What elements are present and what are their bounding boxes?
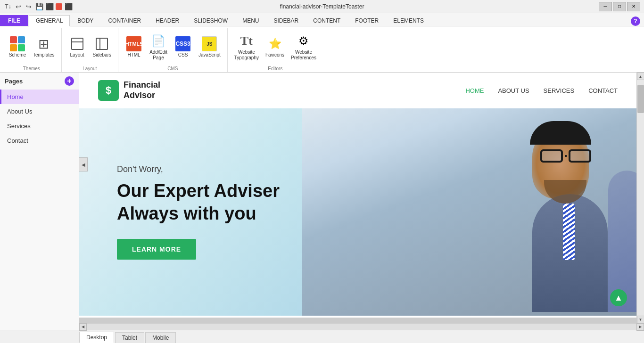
scroll-up-arrow[interactable]: ▲ <box>637 73 644 80</box>
sidebars-btn[interactable]: Sidebars <box>90 34 114 60</box>
html-btn[interactable]: HTML5 HTML <box>122 34 146 60</box>
pages-label: Pages <box>5 78 23 85</box>
collapse-sidebar-btn[interactable]: ◀ <box>79 157 88 172</box>
hero-content: Don't Worry, Our Expert Adviser Always w… <box>79 164 280 260</box>
svg-rect-2 <box>96 38 107 49</box>
tool3[interactable]: ⬛ <box>64 2 73 11</box>
logo-line1: Financial <box>124 80 160 90</box>
tab-sidebar[interactable]: SIDEBAR <box>267 15 306 26</box>
logo-area: $ Financial Advisor <box>98 80 160 101</box>
hair <box>530 121 591 145</box>
sidebars-label: Sidebars <box>93 52 111 58</box>
layout-icon <box>70 36 85 51</box>
html-icon: HTML5 <box>126 36 141 51</box>
tab-body[interactable]: BODY <box>70 15 100 26</box>
tie <box>563 204 575 260</box>
tab-header[interactable]: HEADER <box>149 15 186 26</box>
tab-general[interactable]: GENERAL <box>29 15 70 26</box>
canvas-container: $ Financial Advisor HOME ABOUT US SERVIC… <box>79 73 644 330</box>
layout-btn[interactable]: Layout <box>66 34 89 60</box>
hero-section: Don't Worry, Our Expert Adviser Always w… <box>79 108 636 316</box>
ribbon-group-editors: Tt WebsiteTypography ⭐ Favicons ⚙ Websit… <box>228 28 323 72</box>
preferences-label: WebsitePreferences <box>291 49 316 61</box>
templates-btn[interactable]: ⊞ Templates <box>30 34 58 60</box>
cms-group-label: CMS <box>167 66 178 72</box>
learn-more-btn[interactable]: LEARN MORE <box>117 239 196 260</box>
typography-label: WebsiteTypography <box>234 49 259 61</box>
website-header: $ Financial Advisor HOME ABOUT US SERVIC… <box>79 73 636 108</box>
javascript-icon: JS <box>202 36 217 51</box>
ribbon-group-cms: HTML5 HTML 📄 Add/EditPage CSS3 CSS JS Ja… <box>118 28 228 72</box>
tab-elements[interactable]: ELEMENTS <box>386 15 431 26</box>
tab-container[interactable]: CONTAINER <box>101 15 148 26</box>
help-circle[interactable]: ? <box>631 16 644 26</box>
main-area: Pages + Home About Us Services Contact ◀… <box>0 73 644 330</box>
sidebar-item-services[interactable]: Services <box>0 119 79 133</box>
sidebar-item-contact[interactable]: Contact <box>0 133 79 148</box>
html-label: HTML <box>127 52 140 58</box>
favicons-icon: ⭐ <box>267 36 282 51</box>
right-lens <box>569 149 591 163</box>
tab-menu[interactable]: MENU <box>235 15 266 26</box>
scroll-down-arrow[interactable]: ▼ <box>637 316 644 323</box>
tool2[interactable] <box>56 3 62 10</box>
tab-desktop[interactable]: Desktop <box>79 332 114 343</box>
scheme-btn[interactable]: Scheme <box>6 34 29 60</box>
scrollbar-thumb[interactable] <box>637 85 644 113</box>
maximize-btn[interactable]: □ <box>613 2 626 11</box>
save-btn[interactable]: 💾 <box>35 2 43 11</box>
nav-about[interactable]: ABOUT US <box>498 87 529 94</box>
tab-file[interactable]: FILE <box>0 15 28 26</box>
logo-line2: Advisor <box>124 90 160 101</box>
tab-footer[interactable]: FOOTER <box>348 15 386 26</box>
cms-items: HTML5 HTML 📄 Add/EditPage CSS3 CSS JS Ja… <box>122 28 223 66</box>
app-icon: T↓ <box>4 2 12 11</box>
h-scroll-track[interactable] <box>87 324 636 330</box>
javascript-btn[interactable]: JS JavaScript <box>196 34 223 60</box>
nav-menu: HOME ABOUT US SERVICES CONTACT <box>465 87 618 94</box>
scroll-up-btn[interactable]: ▲ <box>610 289 627 306</box>
scheme-label: Scheme <box>9 52 26 58</box>
redo-btn[interactable]: ↪ <box>25 2 33 11</box>
add-page-btn[interactable]: + <box>65 76 74 86</box>
h-scroll-left-btn[interactable]: ◀ <box>79 323 87 331</box>
css-icon: CSS3 <box>175 36 190 51</box>
css-btn[interactable]: CSS3 CSS <box>171 34 195 60</box>
css-label: CSS <box>178 52 188 58</box>
tool1[interactable]: ⬛ <box>45 2 54 11</box>
scrollbar-track[interactable] <box>637 80 644 316</box>
addeditpage-icon: 📄 <box>151 33 166 49</box>
sidebars-icon <box>94 36 109 51</box>
undo-btn[interactable]: ↩ <box>14 2 23 11</box>
addeditpage-btn[interactable]: 📄 Add/EditPage <box>147 32 170 63</box>
tab-slideshow[interactable]: SLIDESHOW <box>187 15 235 26</box>
nav-contact[interactable]: CONTACT <box>588 87 618 94</box>
layout-label: Layout <box>70 52 84 58</box>
addeditpage-label: Add/EditPage <box>149 49 167 61</box>
ribbon: Scheme ⊞ Templates Themes Layout <box>0 26 644 73</box>
editors-group-label: Editors <box>268 66 282 72</box>
website-preview: $ Financial Advisor HOME ABOUT US SERVIC… <box>79 73 636 318</box>
layout-items: Layout Sidebars <box>66 28 114 66</box>
scheme-icon <box>10 36 25 51</box>
nav-home[interactable]: HOME <box>465 87 484 94</box>
sidebar-item-about[interactable]: About Us <box>0 104 79 119</box>
favicons-btn[interactable]: ⭐ Favicons <box>263 34 287 60</box>
tab-content[interactable]: CONTENT <box>306 15 347 26</box>
website-typography-btn[interactable]: Tt WebsiteTypography <box>231 32 262 63</box>
h-scroll-right-btn[interactable]: ▶ <box>636 323 644 331</box>
tab-mobile[interactable]: Mobile <box>145 332 176 343</box>
tab-tablet[interactable]: Tablet <box>115 332 144 343</box>
layout-group-label: Layout <box>83 66 97 72</box>
h-scrollbar: ◀ ▶ <box>79 323 644 330</box>
canvas-area[interactable]: $ Financial Advisor HOME ABOUT US SERVIC… <box>79 73 636 323</box>
nav-services[interactable]: SERVICES <box>544 87 575 94</box>
minimize-btn[interactable]: ─ <box>599 2 612 11</box>
website-preferences-btn[interactable]: ⚙ WebsitePreferences <box>288 32 319 63</box>
canvas-with-scrollbar: $ Financial Advisor HOME ABOUT US SERVIC… <box>79 73 644 323</box>
ribbon-group-layout: Layout Sidebars Layout <box>62 28 118 72</box>
window-controls: ─ □ ✕ <box>599 2 640 11</box>
close-btn[interactable]: ✕ <box>627 2 640 11</box>
help-btn[interactable]: ? <box>631 16 640 26</box>
sidebar-item-home[interactable]: Home <box>0 90 79 104</box>
